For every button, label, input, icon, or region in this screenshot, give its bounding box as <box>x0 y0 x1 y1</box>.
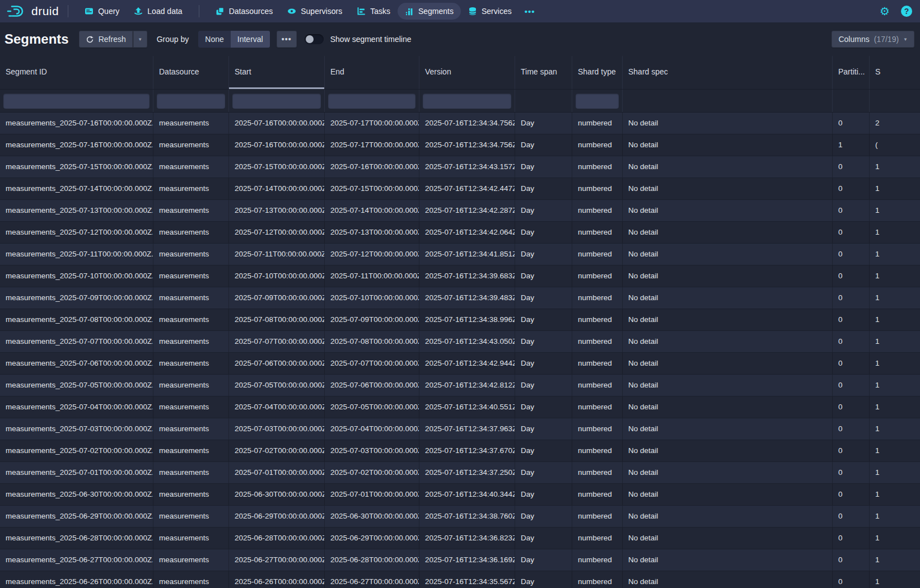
cell-end[interactable]: 2025-07-02T00:00:00.000Z <box>325 462 419 483</box>
cell-start[interactable]: 2025-07-16T00:00:00.000Z <box>229 113 325 134</box>
cell-time-span[interactable]: Day <box>515 265 572 287</box>
cell-s[interactable]: 1 <box>870 287 920 309</box>
table-row[interactable]: measurements_2025-07-08T00:00:00.000Z...… <box>0 309 920 331</box>
cell-segment-id[interactable]: measurements_2025-06-26T00:00:00.000Z... <box>0 571 153 588</box>
table-row[interactable]: measurements_2025-07-09T00:00:00.000Z...… <box>0 287 920 309</box>
cell-start[interactable]: 2025-07-11T00:00:00.000Z <box>229 244 325 265</box>
cell-end[interactable]: 2025-06-30T00:00:00.000Z <box>325 506 419 527</box>
table-row[interactable]: measurements_2025-07-01T00:00:00.000Z...… <box>0 462 920 484</box>
cell-partiti[interactable]: 0 <box>833 571 870 588</box>
cell-end[interactable]: 2025-07-13T00:00:00.000Z <box>325 222 419 243</box>
nav-item-datasources[interactable]: Datasources <box>208 3 281 20</box>
cell-shard-spec[interactable]: No detail <box>623 549 833 571</box>
cell-partiti[interactable]: 0 <box>833 244 870 265</box>
table-row[interactable]: measurements_2025-07-16T00:00:00.000Z...… <box>0 113 920 134</box>
cell-datasource[interactable]: measurements <box>153 200 229 221</box>
cell-version[interactable]: 2025-07-16T12:34:40.551Z <box>419 396 515 418</box>
nav-item-supervisors[interactable]: Supervisors <box>280 3 349 20</box>
cell-datasource[interactable]: measurements <box>153 134 229 156</box>
cell-shard-type[interactable]: numbered <box>572 549 623 571</box>
cell-end[interactable]: 2025-07-01T00:00:00.000Z <box>325 484 419 505</box>
cell-start[interactable]: 2025-07-06T00:00:00.000Z <box>229 353 325 374</box>
column-header-partiti[interactable]: Partiti... <box>833 56 870 89</box>
table-row[interactable]: measurements_2025-07-05T00:00:00.000Z...… <box>0 375 920 396</box>
cell-time-span[interactable]: Day <box>515 375 572 396</box>
cell-start[interactable]: 2025-07-16T00:00:00.000Z <box>229 134 325 156</box>
filter-input-end[interactable] <box>328 94 415 109</box>
refresh-options-caret[interactable]: ▼ <box>133 31 147 48</box>
cell-time-span[interactable]: Day <box>515 396 572 418</box>
cell-end[interactable]: 2025-07-09T00:00:00.000Z <box>325 309 419 330</box>
cell-start[interactable]: 2025-07-01T00:00:00.000Z <box>229 462 325 483</box>
cell-start[interactable]: 2025-06-28T00:00:00.000Z <box>229 528 325 549</box>
table-row[interactable]: measurements_2025-07-14T00:00:00.000Z...… <box>0 178 920 200</box>
cell-s[interactable]: 1 <box>870 418 920 440</box>
cell-time-span[interactable]: Day <box>515 113 572 134</box>
cell-datasource[interactable]: measurements <box>153 353 229 374</box>
cell-start[interactable]: 2025-06-29T00:00:00.000Z <box>229 506 325 527</box>
cell-datasource[interactable]: measurements <box>153 265 229 287</box>
cell-start[interactable]: 2025-07-15T00:00:00.000Z <box>229 156 325 178</box>
cell-start[interactable]: 2025-07-12T00:00:00.000Z <box>229 222 325 243</box>
cell-version[interactable]: 2025-07-16T12:34:34.756Z <box>419 134 515 156</box>
cell-time-span[interactable]: Day <box>515 331 572 352</box>
table-row[interactable]: measurements_2025-07-15T00:00:00.000Z...… <box>0 156 920 178</box>
cell-version[interactable]: 2025-07-16T12:34:42.944Z <box>419 353 515 374</box>
settings-gear-icon[interactable]: ⚙ <box>880 6 890 17</box>
cell-segment-id[interactable]: measurements_2025-07-11T00:00:00.000Z... <box>0 244 153 265</box>
cell-segment-id[interactable]: measurements_2025-07-09T00:00:00.000Z... <box>0 287 153 309</box>
cell-start[interactable]: 2025-07-07T00:00:00.000Z <box>229 331 325 352</box>
column-header-segment-id[interactable]: Segment ID <box>0 56 153 89</box>
cell-shard-type[interactable]: numbered <box>572 353 623 374</box>
cell-time-span[interactable]: Day <box>515 418 572 440</box>
cell-shard-spec[interactable]: No detail <box>623 178 833 199</box>
cell-datasource[interactable]: measurements <box>153 222 229 243</box>
cell-shard-spec[interactable]: No detail <box>623 287 833 309</box>
cell-segment-id[interactable]: measurements_2025-07-12T00:00:00.000Z... <box>0 222 153 243</box>
cell-version[interactable]: 2025-07-16T12:34:42.812Z <box>419 375 515 396</box>
cell-datasource[interactable]: measurements <box>153 244 229 265</box>
cell-partiti[interactable]: 0 <box>833 178 870 199</box>
cell-version[interactable]: 2025-07-16T12:34:42.287Z <box>419 200 515 221</box>
cell-shard-type[interactable]: numbered <box>572 156 623 178</box>
cell-shard-spec[interactable]: No detail <box>623 571 833 588</box>
cell-segment-id[interactable]: measurements_2025-07-13T00:00:00.000Z... <box>0 200 153 221</box>
cell-partiti[interactable]: 0 <box>833 375 870 396</box>
cell-partiti[interactable]: 0 <box>833 331 870 352</box>
cell-shard-spec[interactable]: No detail <box>623 506 833 527</box>
cell-partiti[interactable]: 0 <box>833 156 870 178</box>
cell-partiti[interactable]: 1 <box>833 134 870 156</box>
cell-s[interactable]: 1 <box>870 528 920 549</box>
cell-partiti[interactable]: 0 <box>833 484 870 505</box>
cell-time-span[interactable]: Day <box>515 244 572 265</box>
cell-start[interactable]: 2025-06-27T00:00:00.000Z <box>229 549 325 571</box>
cell-time-span[interactable]: Day <box>515 134 572 156</box>
cell-version[interactable]: 2025-07-16T12:34:37.670Z <box>419 440 515 461</box>
cell-segment-id[interactable]: measurements_2025-07-08T00:00:00.000Z... <box>0 309 153 330</box>
cell-version[interactable]: 2025-07-16T12:34:40.344Z <box>419 484 515 505</box>
table-row[interactable]: measurements_2025-07-07T00:00:00.000Z...… <box>0 331 920 353</box>
cell-shard-type[interactable]: numbered <box>572 178 623 199</box>
nav-item-tasks[interactable]: Tasks <box>349 3 398 20</box>
help-icon[interactable]: ? <box>901 6 912 17</box>
cell-shard-type[interactable]: numbered <box>572 200 623 221</box>
cell-shard-spec[interactable]: No detail <box>623 156 833 178</box>
cell-segment-id[interactable]: measurements_2025-06-27T00:00:00.000Z... <box>0 549 153 571</box>
cell-segment-id[interactable]: measurements_2025-07-14T00:00:00.000Z... <box>0 178 153 199</box>
cell-time-span[interactable]: Day <box>515 462 572 483</box>
cell-partiti[interactable]: 0 <box>833 265 870 287</box>
druid-logo[interactable]: druid <box>7 4 59 18</box>
cell-end[interactable]: 2025-07-07T00:00:00.000Z <box>325 353 419 374</box>
cell-end[interactable]: 2025-07-15T00:00:00.000Z <box>325 178 419 199</box>
refresh-button[interactable]: Refresh <box>79 31 133 48</box>
cell-s[interactable]: 1 <box>870 244 920 265</box>
group-by-interval-button[interactable]: Interval <box>231 31 270 48</box>
cell-time-span[interactable]: Day <box>515 200 572 221</box>
table-row[interactable]: measurements_2025-07-04T00:00:00.000Z...… <box>0 396 920 418</box>
cell-segment-id[interactable]: measurements_2025-07-02T00:00:00.000Z... <box>0 440 153 461</box>
nav-item-query[interactable]: Query <box>77 3 127 20</box>
table-row[interactable]: measurements_2025-07-13T00:00:00.000Z...… <box>0 200 920 222</box>
cell-datasource[interactable]: measurements <box>153 506 229 527</box>
cell-end[interactable]: 2025-07-14T00:00:00.000Z <box>325 200 419 221</box>
cell-time-span[interactable]: Day <box>515 506 572 527</box>
